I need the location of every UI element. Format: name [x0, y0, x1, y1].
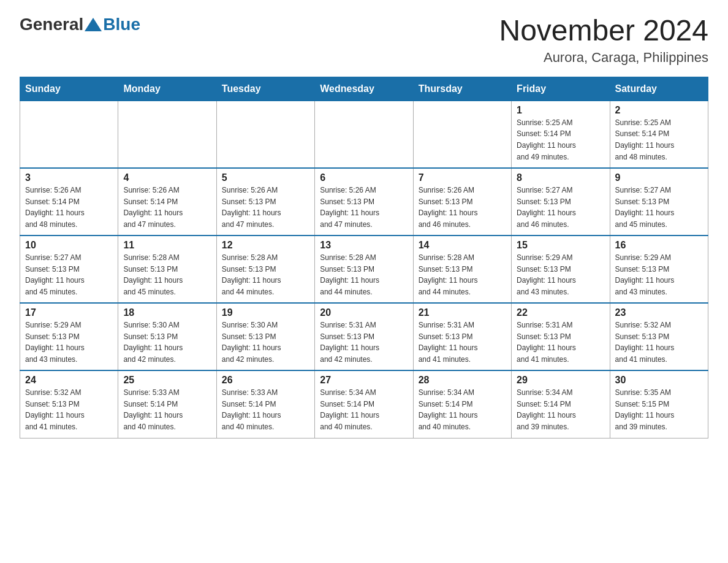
day-number: 10 [25, 240, 113, 251]
day-info: Sunrise: 5:34 AMSunset: 5:14 PMDaylight:… [320, 387, 408, 432]
day-info: Sunrise: 5:25 AMSunset: 5:14 PMDaylight:… [615, 117, 703, 163]
day-number: 14 [419, 240, 506, 251]
calendar-cell [118, 101, 216, 168]
day-info: Sunrise: 5:28 AMSunset: 5:13 PMDaylight:… [222, 252, 309, 297]
day-number: 4 [123, 172, 211, 183]
calendar-cell: 28Sunrise: 5:34 AMSunset: 5:14 PMDayligh… [413, 370, 511, 438]
calendar-cell [20, 101, 118, 168]
calendar-cell: 21Sunrise: 5:31 AMSunset: 5:13 PMDayligh… [413, 303, 511, 370]
day-number: 29 [517, 375, 604, 386]
calendar-cell: 20Sunrise: 5:31 AMSunset: 5:13 PMDayligh… [315, 303, 413, 370]
calendar-header-row: SundayMondayTuesdayWednesdayThursdayFrid… [20, 77, 708, 101]
day-info: Sunrise: 5:31 AMSunset: 5:13 PMDaylight:… [419, 320, 506, 365]
calendar-cell: 6Sunrise: 5:26 AMSunset: 5:13 PMDaylight… [315, 168, 413, 236]
day-number: 17 [25, 307, 113, 318]
calendar-week-row: 17Sunrise: 5:29 AMSunset: 5:13 PMDayligh… [20, 303, 708, 370]
calendar-header-sunday: Sunday [20, 77, 118, 101]
day-number: 26 [222, 375, 309, 386]
calendar-cell: 27Sunrise: 5:34 AMSunset: 5:14 PMDayligh… [315, 370, 413, 438]
day-number: 21 [419, 307, 506, 318]
calendar-cell: 26Sunrise: 5:33 AMSunset: 5:14 PMDayligh… [216, 370, 314, 438]
day-info: Sunrise: 5:27 AMSunset: 5:13 PMDaylight:… [615, 185, 703, 230]
month-title: November 2024 [499, 15, 708, 47]
day-info: Sunrise: 5:31 AMSunset: 5:13 PMDaylight:… [320, 320, 408, 365]
day-info: Sunrise: 5:30 AMSunset: 5:13 PMDaylight:… [222, 320, 309, 365]
calendar-week-row: 3Sunrise: 5:26 AMSunset: 5:14 PMDaylight… [20, 168, 708, 236]
calendar-cell: 12Sunrise: 5:28 AMSunset: 5:13 PMDayligh… [216, 236, 314, 303]
day-info: Sunrise: 5:32 AMSunset: 5:13 PMDaylight:… [25, 387, 113, 432]
day-info: Sunrise: 5:34 AMSunset: 5:14 PMDaylight:… [419, 387, 506, 432]
day-info: Sunrise: 5:35 AMSunset: 5:15 PMDaylight:… [615, 387, 703, 432]
calendar-cell: 13Sunrise: 5:28 AMSunset: 5:13 PMDayligh… [315, 236, 413, 303]
day-number: 2 [615, 105, 703, 116]
day-info: Sunrise: 5:26 AMSunset: 5:13 PMDaylight:… [222, 185, 309, 230]
day-number: 15 [517, 240, 604, 251]
calendar-cell: 4Sunrise: 5:26 AMSunset: 5:14 PMDaylight… [118, 168, 216, 236]
day-info: Sunrise: 5:26 AMSunset: 5:14 PMDaylight:… [123, 185, 211, 230]
calendar-header-tuesday: Tuesday [216, 77, 314, 101]
calendar-cell: 10Sunrise: 5:27 AMSunset: 5:13 PMDayligh… [20, 236, 118, 303]
day-info: Sunrise: 5:27 AMSunset: 5:13 PMDaylight:… [25, 252, 113, 297]
calendar-cell [315, 101, 413, 168]
day-number: 3 [25, 172, 113, 183]
day-number: 20 [320, 307, 408, 318]
day-number: 16 [615, 240, 703, 251]
logo: General Blue [20, 15, 140, 34]
day-info: Sunrise: 5:30 AMSunset: 5:13 PMDaylight:… [123, 320, 211, 365]
day-info: Sunrise: 5:33 AMSunset: 5:14 PMDaylight:… [123, 387, 211, 432]
day-info: Sunrise: 5:29 AMSunset: 5:13 PMDaylight:… [615, 252, 703, 297]
title-area: November 2024 Aurora, Caraga, Philippine… [499, 15, 708, 66]
calendar-header-monday: Monday [118, 77, 216, 101]
calendar-cell: 9Sunrise: 5:27 AMSunset: 5:13 PMDaylight… [610, 168, 708, 236]
calendar-cell: 22Sunrise: 5:31 AMSunset: 5:13 PMDayligh… [512, 303, 610, 370]
calendar-cell: 24Sunrise: 5:32 AMSunset: 5:13 PMDayligh… [20, 370, 118, 438]
calendar-cell: 5Sunrise: 5:26 AMSunset: 5:13 PMDaylight… [216, 168, 314, 236]
day-number: 24 [25, 375, 113, 386]
logo-blue-text: Blue [103, 15, 140, 34]
calendar-header-saturday: Saturday [610, 77, 708, 101]
day-info: Sunrise: 5:28 AMSunset: 5:13 PMDaylight:… [419, 252, 506, 297]
calendar-cell: 8Sunrise: 5:27 AMSunset: 5:13 PMDaylight… [512, 168, 610, 236]
calendar-cell: 16Sunrise: 5:29 AMSunset: 5:13 PMDayligh… [610, 236, 708, 303]
day-info: Sunrise: 5:29 AMSunset: 5:13 PMDaylight:… [25, 320, 113, 365]
calendar-cell: 14Sunrise: 5:28 AMSunset: 5:13 PMDayligh… [413, 236, 511, 303]
day-number: 8 [517, 172, 604, 183]
calendar-week-row: 24Sunrise: 5:32 AMSunset: 5:13 PMDayligh… [20, 370, 708, 438]
calendar-cell: 2Sunrise: 5:25 AMSunset: 5:14 PMDaylight… [610, 101, 708, 168]
calendar-cell: 7Sunrise: 5:26 AMSunset: 5:13 PMDaylight… [413, 168, 511, 236]
calendar-table: SundayMondayTuesdayWednesdayThursdayFrid… [20, 77, 708, 439]
day-info: Sunrise: 5:31 AMSunset: 5:13 PMDaylight:… [517, 320, 604, 365]
day-number: 28 [419, 375, 506, 386]
location-title: Aurora, Caraga, Philippines [499, 50, 708, 66]
day-number: 11 [123, 240, 211, 251]
day-number: 18 [123, 307, 211, 318]
day-info: Sunrise: 5:33 AMSunset: 5:14 PMDaylight:… [222, 387, 309, 432]
day-info: Sunrise: 5:26 AMSunset: 5:13 PMDaylight:… [419, 185, 506, 230]
logo-general-text: General [20, 15, 83, 34]
day-info: Sunrise: 5:29 AMSunset: 5:13 PMDaylight:… [517, 252, 604, 297]
calendar-cell: 30Sunrise: 5:35 AMSunset: 5:15 PMDayligh… [610, 370, 708, 438]
page-header: General Blue November 2024 Aurora, Carag… [20, 15, 708, 66]
day-number: 1 [517, 105, 604, 116]
day-number: 27 [320, 375, 408, 386]
day-number: 5 [222, 172, 309, 183]
day-number: 6 [320, 172, 408, 183]
logo-triangle-icon [85, 18, 102, 31]
day-info: Sunrise: 5:28 AMSunset: 5:13 PMDaylight:… [320, 252, 408, 297]
day-number: 25 [123, 375, 211, 386]
day-info: Sunrise: 5:32 AMSunset: 5:13 PMDaylight:… [615, 320, 703, 365]
calendar-cell: 25Sunrise: 5:33 AMSunset: 5:14 PMDayligh… [118, 370, 216, 438]
calendar-cell: 11Sunrise: 5:28 AMSunset: 5:13 PMDayligh… [118, 236, 216, 303]
calendar-cell: 1Sunrise: 5:25 AMSunset: 5:14 PMDaylight… [512, 101, 610, 168]
calendar-cell: 19Sunrise: 5:30 AMSunset: 5:13 PMDayligh… [216, 303, 314, 370]
day-number: 9 [615, 172, 703, 183]
calendar-cell: 23Sunrise: 5:32 AMSunset: 5:13 PMDayligh… [610, 303, 708, 370]
day-number: 19 [222, 307, 309, 318]
day-info: Sunrise: 5:27 AMSunset: 5:13 PMDaylight:… [517, 185, 604, 230]
day-info: Sunrise: 5:26 AMSunset: 5:14 PMDaylight:… [25, 185, 113, 230]
calendar-header-friday: Friday [512, 77, 610, 101]
day-number: 30 [615, 375, 703, 386]
calendar-cell: 18Sunrise: 5:30 AMSunset: 5:13 PMDayligh… [118, 303, 216, 370]
calendar-cell: 17Sunrise: 5:29 AMSunset: 5:13 PMDayligh… [20, 303, 118, 370]
day-info: Sunrise: 5:34 AMSunset: 5:14 PMDaylight:… [517, 387, 604, 432]
